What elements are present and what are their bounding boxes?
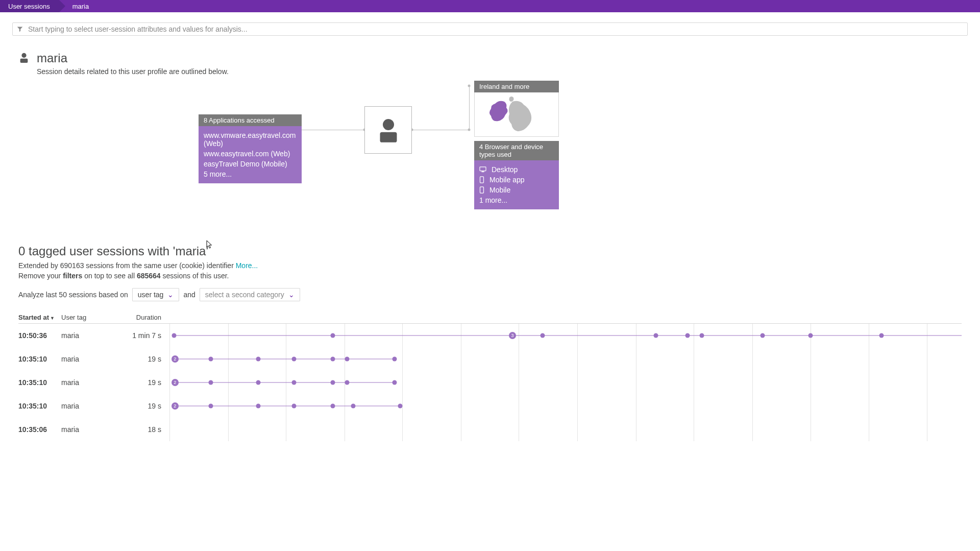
sessions-heading: 0 tagged user sessions with 'maria' bbox=[18, 244, 962, 258]
timeline-event-dot[interactable] bbox=[330, 357, 335, 362]
connector-right bbox=[412, 130, 469, 130]
geography-card[interactable]: Ireland and more bbox=[474, 81, 559, 137]
filter-bar[interactable] bbox=[12, 22, 968, 36]
endpoint-icon bbox=[468, 85, 471, 87]
breadcrumb-current-label: maria bbox=[72, 3, 89, 10]
timeline-event-dot[interactable] bbox=[291, 357, 296, 362]
device-item[interactable]: Desktop bbox=[479, 164, 554, 175]
mobile-icon bbox=[479, 176, 484, 183]
analyze-select-secondary[interactable]: select a second category ⌄ bbox=[200, 288, 300, 301]
cell-started: 10:35:10 bbox=[18, 355, 61, 363]
col-duration[interactable]: Duration bbox=[129, 314, 161, 321]
sessions-more-link[interactable]: More... bbox=[236, 261, 258, 270]
applications-card[interactable]: 8 Applications accessed www.vmware.easyt… bbox=[199, 114, 302, 183]
sessions-table: Started at▼ User tag Duration 10:50:36ma… bbox=[18, 314, 962, 441]
device-label: Mobile bbox=[489, 186, 510, 194]
desktop-icon bbox=[479, 166, 486, 173]
user-icon bbox=[377, 117, 400, 143]
timeline[interactable]: 2 bbox=[169, 347, 962, 371]
table-row[interactable]: 10:35:06maria18 s bbox=[18, 418, 962, 441]
application-item[interactable]: easyTravel Demo (Mobile) bbox=[204, 159, 297, 169]
timeline-event-dot[interactable] bbox=[256, 380, 260, 385]
timeline-event-dot[interactable] bbox=[345, 357, 349, 362]
timeline-event-dot[interactable] bbox=[208, 380, 213, 385]
timeline-event-dot[interactable] bbox=[351, 404, 356, 409]
filter-input[interactable] bbox=[27, 25, 963, 34]
table-row[interactable]: 10:35:10maria19 s2 bbox=[18, 371, 962, 394]
devices-card[interactable]: 4 Browser and device types used Desktop … bbox=[474, 141, 559, 209]
timeline-event-badge[interactable]: 2 bbox=[172, 379, 179, 386]
timeline-event-dot[interactable] bbox=[808, 333, 813, 338]
timeline-event-dot[interactable] bbox=[291, 404, 296, 409]
sessions-remove-line: Remove your filters on top to see all 68… bbox=[18, 272, 962, 280]
connector-apps bbox=[302, 130, 364, 130]
timeline-event-dot[interactable] bbox=[879, 333, 884, 338]
device-label: Mobile app bbox=[489, 176, 525, 184]
timeline-event-dot[interactable] bbox=[540, 333, 545, 338]
analyze-and: and bbox=[183, 291, 195, 299]
timeline-event-badge[interactable]: 2 bbox=[172, 355, 179, 363]
cell-usertag: maria bbox=[61, 355, 129, 363]
sessions-extended-line: Extended by 690163 sessions from the sam… bbox=[18, 261, 962, 270]
col-usertag[interactable]: User tag bbox=[61, 314, 129, 321]
timeline-event-dot[interactable] bbox=[398, 404, 402, 409]
user-node[interactable] bbox=[364, 106, 412, 154]
analyze-label: Analyze last 50 sessions based on bbox=[18, 291, 128, 299]
geography-card-title: Ireland and more bbox=[474, 81, 559, 92]
timeline-event-dot[interactable] bbox=[330, 380, 335, 385]
timeline-event-dot[interactable] bbox=[392, 380, 397, 385]
user-icon bbox=[18, 51, 30, 64]
chevron-down-icon: ⌄ bbox=[167, 291, 174, 299]
breadcrumb-root[interactable]: User sessions bbox=[0, 0, 59, 12]
svg-rect-1 bbox=[20, 59, 28, 63]
timeline-event-dot[interactable] bbox=[330, 333, 335, 338]
applications-more[interactable]: 5 more... bbox=[204, 169, 297, 179]
timeline-event-dot[interactable] bbox=[172, 333, 177, 338]
device-item[interactable]: Mobile bbox=[479, 185, 554, 195]
select-placeholder: select a second category bbox=[205, 291, 284, 299]
devices-more[interactable]: 1 more... bbox=[479, 195, 554, 205]
timeline-event-dot[interactable] bbox=[256, 404, 260, 409]
profile-name: maria bbox=[37, 51, 229, 65]
timeline-event-dot[interactable] bbox=[256, 357, 260, 362]
svg-point-2 bbox=[383, 119, 394, 130]
endpoint-icon bbox=[468, 129, 471, 131]
cell-duration: 1 min 7 s bbox=[129, 331, 161, 340]
geography-map bbox=[474, 92, 559, 137]
timeline-event-dot[interactable] bbox=[392, 357, 397, 362]
timeline-event-dot[interactable] bbox=[699, 333, 704, 338]
profile-header: maria Session details related to this us… bbox=[18, 51, 962, 76]
timeline[interactable]: 3 bbox=[169, 324, 962, 347]
svg-rect-7 bbox=[480, 187, 484, 193]
timeline-header bbox=[169, 314, 962, 321]
timeline-event-dot[interactable] bbox=[345, 380, 349, 385]
timeline-event-dot[interactable] bbox=[330, 404, 335, 409]
table-row[interactable]: 10:35:10maria19 s2 bbox=[18, 347, 962, 371]
timeline[interactable]: 2 bbox=[169, 394, 962, 418]
timeline-event-dot[interactable] bbox=[685, 333, 690, 338]
timeline[interactable]: 2 bbox=[169, 371, 962, 394]
breadcrumb-root-label: User sessions bbox=[8, 3, 50, 10]
table-row[interactable]: 10:50:36maria1 min 7 s3 bbox=[18, 324, 962, 347]
application-item[interactable]: www.easytravel.com (Web) bbox=[204, 149, 297, 159]
timeline-event-badge[interactable]: 3 bbox=[509, 332, 516, 339]
cell-duration: 18 s bbox=[129, 425, 161, 434]
timeline-event-dot[interactable] bbox=[208, 357, 213, 362]
device-item[interactable]: Mobile app bbox=[479, 175, 554, 185]
col-started[interactable]: Started at▼ bbox=[18, 314, 61, 321]
timeline[interactable] bbox=[169, 418, 962, 441]
user-diagram: 8 Applications accessed www.vmware.easyt… bbox=[18, 81, 962, 224]
timeline-event-dot[interactable] bbox=[761, 333, 765, 338]
timeline-event-dot[interactable] bbox=[653, 333, 658, 338]
breadcrumb: User sessions maria bbox=[0, 0, 980, 12]
timeline-event-badge[interactable]: 2 bbox=[172, 402, 179, 410]
application-item[interactable]: www.vmware.easytravel.com (Web) bbox=[204, 130, 297, 149]
timeline-event-dot[interactable] bbox=[208, 404, 213, 409]
analyze-select-primary[interactable]: user tag ⌄ bbox=[132, 288, 180, 301]
table-row[interactable]: 10:35:10maria19 s2 bbox=[18, 394, 962, 418]
timeline-event-dot[interactable] bbox=[291, 380, 296, 385]
svg-rect-3 bbox=[380, 132, 397, 142]
devices-card-title: 4 Browser and device types used bbox=[474, 141, 559, 160]
cell-duration: 19 s bbox=[129, 402, 161, 410]
device-label: Desktop bbox=[492, 165, 518, 174]
